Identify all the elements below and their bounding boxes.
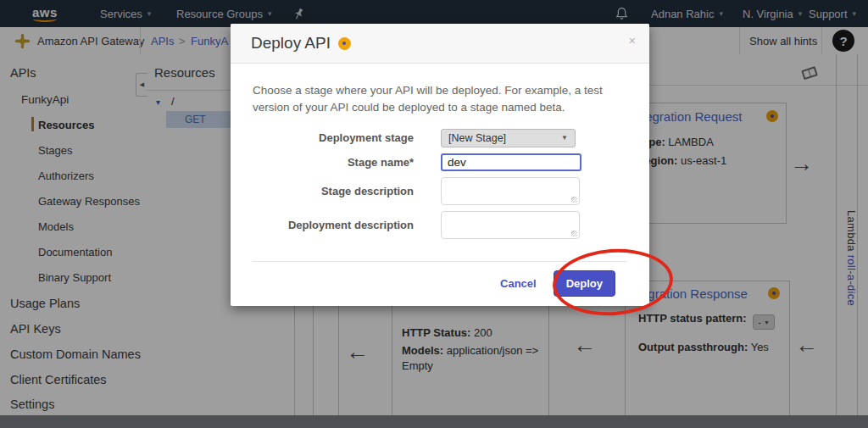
close-icon[interactable]: × (629, 34, 636, 47)
modal-title: Deploy API (251, 34, 331, 53)
deployment-stage-label: Deployment stage (253, 131, 414, 144)
stage-description-textarea[interactable] (441, 177, 580, 205)
stage-name-row: Stage name* (253, 153, 627, 171)
deployment-stage-select[interactable]: [New Stage] ▼ (441, 129, 576, 147)
deployment-description-textarea[interactable] (441, 211, 580, 239)
stage-name-label: Stage name* (253, 156, 414, 169)
stage-description-label: Stage description (253, 185, 414, 197)
hint-dot-icon[interactable] (338, 37, 351, 50)
deployment-description-row: Deployment description (253, 211, 627, 239)
select-caret-icon: ▼ (561, 134, 568, 142)
stage-description-row: Stage description (253, 177, 627, 205)
deployment-description-label: Deployment description (253, 219, 414, 231)
stage-name-input[interactable] (441, 153, 581, 171)
deployment-stage-value: [New Stage] (448, 132, 506, 144)
cancel-button[interactable]: Cancel (500, 277, 537, 290)
deployment-stage-row: Deployment stage [New Stage] ▼ (253, 129, 627, 147)
modal-description: Choose a stage where your API will be de… (253, 82, 627, 117)
modal-header: Deploy API × (231, 24, 649, 64)
aws-console-screen: aws Services ▾ Resource Groups ▾ Adnan R… (0, 0, 868, 428)
